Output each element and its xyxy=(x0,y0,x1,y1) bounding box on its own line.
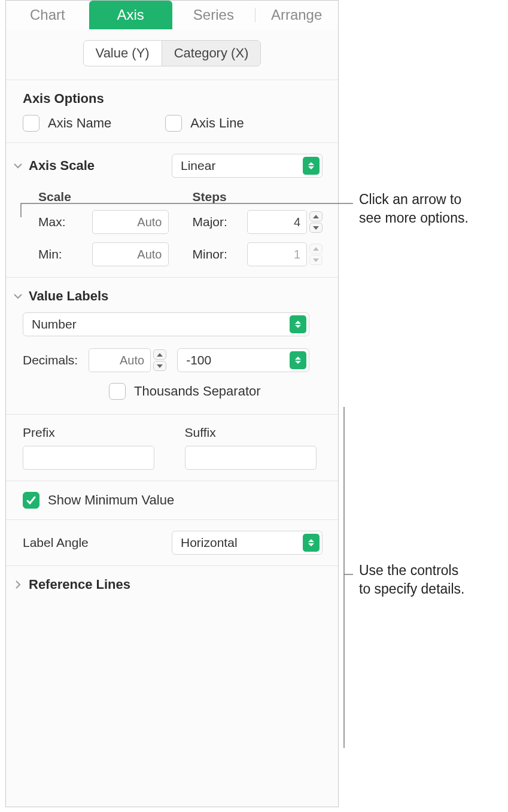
negative-popup[interactable]: -100 xyxy=(177,348,309,372)
axis-options-section: Axis Options Axis Name Axis Line xyxy=(6,80,338,143)
reference-lines-section: Reference Lines xyxy=(6,566,338,603)
prefix-label: Prefix xyxy=(23,425,161,440)
minor-label: Minor: xyxy=(193,247,227,261)
major-label: Major: xyxy=(193,215,227,229)
callout-controls: Use the controlsto specify details. xyxy=(359,561,464,598)
axis-category-x[interactable]: Category (X) xyxy=(162,41,261,66)
max-input[interactable] xyxy=(92,210,169,234)
axis-scale-popup[interactable]: Linear xyxy=(172,154,323,178)
show-min-checkbox[interactable] xyxy=(23,492,39,509)
label-angle-label: Label Angle xyxy=(23,536,89,550)
axis-value-y[interactable]: Value (Y) xyxy=(84,41,162,66)
axis-scale-section: Axis Scale Linear Scale Max: Min: xyxy=(6,143,338,278)
major-step-down[interactable] xyxy=(309,223,323,233)
major-step-up[interactable] xyxy=(309,211,323,221)
scale-subhead: Scale xyxy=(38,190,169,204)
chevron-right-icon[interactable] xyxy=(13,580,23,589)
chevron-down-icon[interactable] xyxy=(13,161,23,171)
tab-axis[interactable]: Axis xyxy=(89,1,172,29)
decimals-label: Decimals: xyxy=(23,353,78,367)
axis-name-checkbox[interactable] xyxy=(23,115,39,132)
decimals-step-up[interactable] xyxy=(153,349,166,360)
label-angle-popup[interactable]: Horizontal xyxy=(172,531,323,555)
show-min-label: Show Minimum Value xyxy=(48,492,174,508)
format-popup[interactable]: Number xyxy=(23,312,309,336)
minor-input[interactable]: 1 xyxy=(247,242,307,266)
callout-arrow-options: Click an arrow tosee more options. xyxy=(359,190,469,227)
prefix-suffix-section: Prefix Suffix xyxy=(6,415,338,481)
show-min-section: Show Minimum Value xyxy=(6,481,338,520)
chevron-down-icon[interactable] xyxy=(13,291,23,301)
popup-arrows-icon xyxy=(303,534,320,552)
min-input[interactable] xyxy=(92,242,169,266)
thousands-label: Thousands Separator xyxy=(134,384,261,399)
value-labels-heading: Value Labels xyxy=(29,288,108,304)
minor-step-down[interactable] xyxy=(309,255,323,265)
axis-type-segmented: Value (Y) Category (X) xyxy=(83,40,261,66)
axis-type-row: Value (Y) Category (X) xyxy=(6,29,338,80)
axis-line-checkbox[interactable] xyxy=(165,115,182,132)
major-input[interactable]: 4 xyxy=(247,210,307,234)
tab-chart[interactable]: Chart xyxy=(6,1,89,29)
steps-subhead: Steps xyxy=(193,190,323,204)
tab-arrange[interactable]: Arrange xyxy=(255,1,338,29)
popup-arrows-icon xyxy=(290,315,306,333)
popup-arrows-icon xyxy=(303,157,320,175)
max-label: Max: xyxy=(38,215,66,229)
minor-step-up[interactable] xyxy=(309,244,323,254)
axis-scale-heading: Axis Scale xyxy=(29,158,95,174)
label-angle-section: Label Angle Horizontal xyxy=(6,520,338,566)
reference-lines-heading: Reference Lines xyxy=(29,577,130,592)
axis-options-heading: Axis Options xyxy=(23,91,323,107)
prefix-input[interactable] xyxy=(23,446,154,470)
axis-inspector-panel: Chart Axis Series Arrange Value (Y) Cate… xyxy=(5,0,339,807)
axis-name-label: Axis Name xyxy=(48,115,111,131)
inspector-tabs: Chart Axis Series Arrange xyxy=(6,1,338,29)
min-label: Min: xyxy=(38,247,62,261)
popup-arrows-icon xyxy=(290,351,306,369)
suffix-input[interactable] xyxy=(185,446,317,470)
tab-series[interactable]: Series xyxy=(172,1,255,29)
decimals-step-down[interactable] xyxy=(153,361,166,371)
value-labels-section: Value Labels Number Decimals: xyxy=(6,278,338,415)
axis-line-label: Axis Line xyxy=(190,115,244,131)
thousands-checkbox[interactable] xyxy=(109,383,126,400)
suffix-label: Suffix xyxy=(185,425,323,440)
decimals-input[interactable] xyxy=(89,348,151,372)
